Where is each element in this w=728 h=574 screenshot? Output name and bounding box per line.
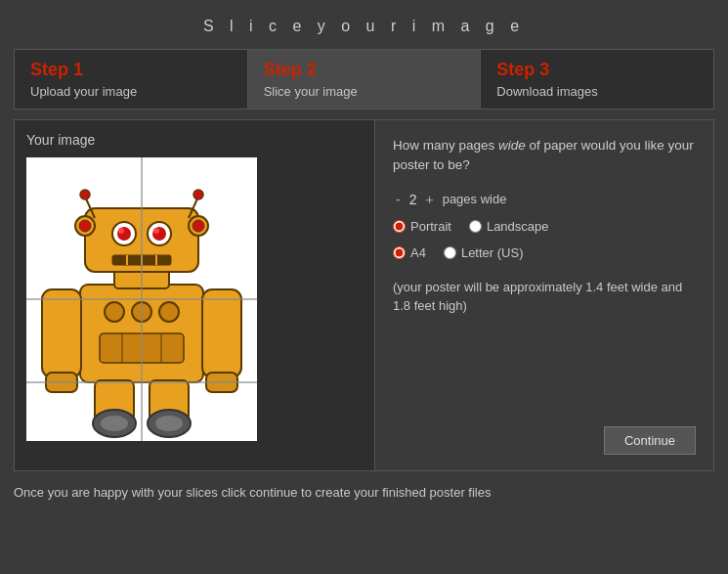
a4-label: A4: [410, 245, 426, 260]
step3[interactable]: Step 3 Download images: [481, 50, 713, 109]
a4-radio[interactable]: [393, 246, 406, 259]
letter-label: Letter (US): [461, 245, 524, 260]
svg-point-9: [80, 190, 90, 199]
bottom-bar: Once you are happy with your slices clic…: [14, 481, 714, 504]
step2[interactable]: Step 2 Slice your image: [248, 50, 482, 109]
step1-number: Step 1: [30, 60, 232, 80]
a4-option[interactable]: A4: [393, 245, 426, 260]
portrait-label: Portrait: [410, 219, 451, 234]
step3-number: Step 3: [496, 60, 698, 80]
letter-option[interactable]: Letter (US): [444, 245, 524, 260]
landscape-option[interactable]: Landscape: [469, 219, 549, 234]
image-panel-title: Your image: [26, 132, 363, 148]
robot-illustration: [26, 157, 257, 441]
svg-point-34: [101, 416, 128, 431]
svg-point-5: [79, 220, 91, 232]
landscape-radio[interactable]: [469, 220, 482, 233]
image-panel: Your image: [14, 119, 375, 471]
svg-point-7: [193, 220, 204, 232]
step2-number: Step 2: [264, 60, 465, 80]
step2-label: Slice your image: [264, 84, 465, 99]
increase-pages-button[interactable]: +: [422, 193, 436, 206]
svg-point-17: [153, 228, 159, 234]
pages-value: 2: [409, 192, 417, 207]
approx-text: (your poster will be approximately 1.4 f…: [393, 278, 696, 316]
step3-label: Download images: [496, 84, 698, 99]
svg-point-11: [193, 190, 203, 199]
decrease-pages-button[interactable]: -: [393, 193, 404, 206]
portrait-option[interactable]: Portrait: [393, 219, 451, 234]
pages-wide-row: - 2 + pages wide: [393, 192, 696, 207]
paper-size-row: A4 Letter (US): [393, 245, 696, 260]
step1-label: Upload your image: [30, 84, 232, 99]
steps-bar: Step 1 Upload your image Step 2 Slice yo…: [14, 49, 714, 110]
continue-row: Continue: [393, 426, 696, 455]
portrait-radio[interactable]: [393, 220, 406, 233]
options-panel: How many pages wide of paper would you l…: [375, 119, 714, 471]
landscape-label: Landscape: [487, 219, 549, 234]
step1[interactable]: Step 1 Upload your image: [15, 50, 248, 109]
svg-point-24: [159, 302, 179, 322]
orientation-row: Portrait Landscape: [393, 219, 696, 234]
main-content: Your image: [14, 119, 714, 471]
options-question: How many pages wide of paper would you l…: [393, 136, 696, 176]
svg-rect-30: [202, 289, 241, 377]
page-title: S l i c e y o u r i m a g e: [0, 0, 728, 49]
continue-button[interactable]: Continue: [604, 426, 696, 455]
svg-point-16: [118, 228, 124, 234]
robot-image-container: [26, 157, 257, 441]
svg-point-22: [105, 302, 124, 322]
question-wide: wide: [498, 138, 526, 153]
letter-radio[interactable]: [444, 246, 456, 259]
svg-rect-28: [42, 289, 81, 377]
svg-point-37: [155, 416, 183, 431]
question-text-1: How many pages: [393, 138, 498, 153]
pages-wide-label: pages wide: [443, 192, 507, 206]
